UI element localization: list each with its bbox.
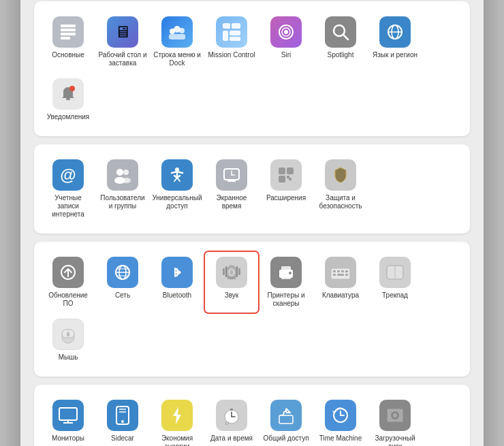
dock-label: Строка меню и Dock <box>153 51 202 67</box>
svg-rect-77 <box>59 408 77 420</box>
svg-rect-89 <box>279 415 293 424</box>
svg-rect-8 <box>61 33 76 35</box>
security-icon <box>325 159 356 191</box>
item-timemachine[interactable]: Time Machine <box>313 394 368 446</box>
startup-icon <box>379 400 411 431</box>
trackpad-icon <box>379 257 411 288</box>
extensions-label: Расширения <box>266 194 306 202</box>
item-software-update[interactable]: Обновление ПО <box>41 251 95 313</box>
item-datetime[interactable]: 17 Дата и время <box>204 394 259 446</box>
software-update-label: Обновление ПО <box>44 291 93 308</box>
printers-label: Принтеры и сканеры <box>262 291 311 308</box>
item-energy[interactable]: Экономия энергии <box>150 394 204 446</box>
svg-rect-17 <box>230 31 240 35</box>
svg-point-93 <box>393 413 397 417</box>
system2-grid: Мониторы Sidecar Экономия энергии <box>41 394 463 446</box>
item-language[interactable]: Язык и регион <box>368 11 422 73</box>
osnovnye-label: Основные <box>52 51 84 59</box>
svg-rect-18 <box>230 37 240 41</box>
svg-text:17: 17 <box>225 421 230 426</box>
item-internet[interactable]: @ Учетные записи интернета <box>41 154 95 224</box>
svg-rect-43 <box>287 176 289 178</box>
svg-rect-40 <box>287 168 294 174</box>
item-notifications[interactable]: Уведомления <box>41 73 95 127</box>
keyboard-icon <box>325 257 356 288</box>
bluetooth-icon <box>161 257 193 288</box>
svg-point-62 <box>289 272 292 274</box>
sound-label: Звук <box>225 291 239 300</box>
users-label: Пользователи и группы <box>98 194 147 210</box>
printers-icon <box>270 257 302 288</box>
item-extensions[interactable]: Расширения <box>259 154 313 224</box>
energy-icon <box>161 400 193 431</box>
mouse-icon <box>52 319 84 350</box>
svg-rect-70 <box>345 274 348 276</box>
item-monitors[interactable]: Мониторы <box>41 394 95 446</box>
svg-point-53 <box>230 270 233 274</box>
section-hardware: Обновление ПО Сеть Bluetooth <box>34 242 470 377</box>
desktop-label: Рабочий стол и заставка <box>98 51 147 67</box>
item-desktop[interactable]: 🖥 Рабочий стол и заставка <box>95 11 150 73</box>
sound-icon <box>216 257 247 288</box>
keyboard-label: Клавиатура <box>322 291 359 300</box>
svg-rect-6 <box>61 25 76 27</box>
mission-icon <box>216 16 247 48</box>
datetime-label: Дата и время <box>210 434 253 443</box>
item-sharing[interactable]: Общий доступ <box>259 394 313 446</box>
item-printers[interactable]: Принтеры и сканеры <box>259 251 313 313</box>
users-icon <box>107 159 138 191</box>
item-screentime[interactable]: Экранное время <box>204 154 259 224</box>
svg-rect-14 <box>223 23 230 29</box>
dock-icon <box>161 16 193 48</box>
startup-label: Загрузочный диск <box>371 434 420 446</box>
item-osnovnye[interactable]: Основные <box>41 11 95 73</box>
svg-rect-56 <box>236 266 238 277</box>
svg-point-30 <box>123 170 129 175</box>
svg-rect-66 <box>341 270 344 272</box>
screentime-label: Экранное время <box>207 194 256 210</box>
svg-rect-61 <box>281 275 291 279</box>
item-mouse[interactable]: Мышь <box>41 313 95 367</box>
svg-rect-7 <box>61 29 76 31</box>
svg-rect-60 <box>281 266 291 271</box>
item-dock[interactable]: Строка меню и Dock <box>150 11 204 73</box>
main-window: ‹ › ⠿ Системные настройки 🔍 Я Yablyk Pub… <box>20 0 484 446</box>
trackpad-label: Трекпад <box>382 291 408 300</box>
security-label: Защита и безопасность <box>316 194 365 210</box>
item-spotlight[interactable]: Spotlight <box>313 11 368 73</box>
item-accessibility[interactable]: Универсальный доступ <box>150 154 204 224</box>
svg-rect-57 <box>223 268 225 275</box>
item-trackpad[interactable]: Трекпад <box>368 251 422 313</box>
item-users[interactable]: Пользователи и группы <box>95 154 150 224</box>
svg-rect-54 <box>227 276 236 279</box>
svg-rect-39 <box>279 168 285 174</box>
hardware-grid: Обновление ПО Сеть Bluetooth <box>41 251 463 367</box>
item-mission[interactable]: Mission Control <box>204 11 259 73</box>
item-sidecar[interactable]: Sidecar <box>95 394 150 446</box>
svg-rect-9 <box>61 37 70 39</box>
svg-rect-67 <box>345 270 348 272</box>
software-update-icon <box>52 257 84 288</box>
item-bluetooth[interactable]: Bluetooth <box>150 251 204 313</box>
svg-rect-65 <box>337 270 340 272</box>
network-icon <box>107 257 138 288</box>
item-sound[interactable]: Звук <box>204 251 259 313</box>
accessibility-icon <box>161 159 193 191</box>
item-security[interactable]: Защита и безопасность <box>313 154 368 224</box>
timemachine-label: Time Machine <box>319 434 362 443</box>
svg-rect-69 <box>337 274 344 276</box>
item-network[interactable]: Сеть <box>95 251 150 313</box>
item-startup[interactable]: Загрузочный диск <box>368 394 422 446</box>
siri-label: Siri <box>281 51 291 59</box>
timemachine-icon <box>325 400 356 431</box>
network-label: Сеть <box>115 291 130 300</box>
accessibility-label: Универсальный доступ <box>152 194 202 210</box>
language-label: Язык и регион <box>373 51 418 59</box>
section-system2: Мониторы Sidecar Экономия энергии <box>34 385 470 446</box>
svg-point-13 <box>179 28 185 33</box>
item-siri[interactable]: Siri <box>259 11 313 73</box>
internet-label: Учетные записи интернета <box>44 194 93 219</box>
energy-label: Экономия энергии <box>153 434 202 446</box>
svg-rect-76 <box>67 332 69 336</box>
item-keyboard[interactable]: Клавиатура <box>313 251 368 313</box>
